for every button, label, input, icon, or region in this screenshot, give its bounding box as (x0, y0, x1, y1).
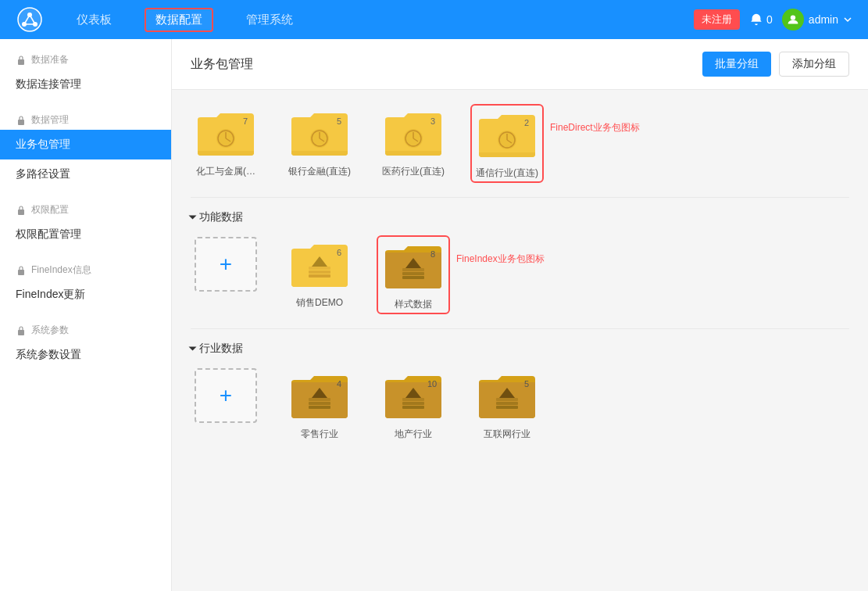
folder-icon-telecom: 2 (476, 107, 538, 162)
sidebar-item-fine-update[interactable]: FineIndex更新 (0, 280, 171, 310)
svg-text:5: 5 (337, 116, 341, 126)
folder-grid-direct: 7 化工与金属(… (191, 106, 849, 181)
svg-rect-34 (309, 270, 330, 274)
sidebar-item-data-conn[interactable]: 数据连接管理 (0, 70, 171, 99)
sidebar-section-data-prep: 数据准备 数据连接管理 (0, 47, 171, 99)
lock-icon (16, 55, 27, 66)
svg-text:3: 3 (430, 116, 435, 126)
folder-icon-retail: 4 (288, 368, 351, 423)
folder-add-func[interactable]: + (191, 237, 261, 313)
chevron-down-icon (843, 15, 852, 24)
sidebar-section-title-perm: 权限配置 (0, 197, 171, 220)
folder-label-sales-demo: 销售DEMO (296, 296, 343, 310)
section-divider-1 (191, 197, 849, 198)
sidebar-section-title-data-prep: 数据准备 (0, 47, 171, 70)
layout: 数据准备 数据连接管理 数据管理 业务包管理 多路径设置 (0, 39, 868, 591)
unregistered-button[interactable]: 未注册 (694, 9, 740, 30)
folder-bank[interactable]: 5 银行金融(直连) (284, 106, 355, 181)
folder-icon-chem-metal: 7 (195, 106, 257, 160)
folder-grid-industry: + 4 (191, 368, 849, 441)
folder-label-bank: 银行金融(直连) (288, 165, 351, 178)
nav-dashboard[interactable]: 仪表板 (67, 9, 121, 30)
svg-rect-44 (309, 402, 330, 405)
folder-label-realestate: 地产行业 (395, 428, 432, 441)
bell-notification[interactable]: 0 (749, 13, 773, 27)
svg-rect-8 (18, 59, 24, 65)
folder-chem-metal[interactable]: 7 化工与金属(… (191, 106, 261, 181)
sidebar-item-perm-mgmt[interactable]: 权限配置管理 (0, 220, 171, 249)
collapse-icon-func[interactable] (189, 216, 197, 220)
svg-rect-48 (402, 406, 424, 409)
folder-icon-medical: 3 (382, 106, 445, 160)
folder-telecom[interactable]: 2 通信行业(直连) (472, 106, 542, 181)
user-menu[interactable]: admin (782, 9, 852, 30)
section-industry: 行业数据 + (191, 342, 849, 441)
svg-rect-11 (18, 270, 24, 275)
sidebar-item-biz-pkg[interactable]: 业务包管理 (0, 130, 171, 159)
folder-label-style-data: 样式数据 (395, 298, 432, 311)
svg-text:7: 7 (243, 116, 248, 126)
svg-text:4: 4 (337, 379, 341, 389)
content-area: 7 化工与金属(… (172, 90, 868, 472)
folder-icon-realestate: 10 (382, 368, 445, 423)
nav-admin[interactable]: 管理系统 (237, 9, 302, 30)
add-group-button[interactable]: 添加分组 (779, 52, 849, 77)
section-divider-2 (191, 328, 849, 329)
sidebar-section-title-fineindex: FineIndex信息 (0, 257, 171, 280)
bell-count: 0 (766, 13, 773, 26)
folder-icon-style-data: 8 (382, 238, 445, 293)
sidebar-section-fineindex: FineIndex信息 FineIndex更新 (0, 257, 171, 310)
folder-style-data-wrapper: 8 样式数据 FineIndex业务包图标 (378, 237, 545, 313)
sidebar-item-multi-path[interactable]: 多路径设置 (0, 159, 171, 189)
folder-retail[interactable]: 4 零售行业 (284, 368, 355, 441)
folder-label-chem-metal: 化工与金属(… (196, 165, 255, 178)
folder-label-telecom: 通信行业(直连) (476, 167, 538, 180)
svg-rect-53 (496, 406, 518, 409)
nav-data-config[interactable]: 数据配置 (145, 8, 213, 32)
main-header: 业务包管理 批量分组 添加分组 (172, 39, 868, 90)
add-folder-box-industry: + (195, 368, 257, 423)
annotation-finedirect: FineDirect业务包图标 (550, 106, 640, 134)
section-header-industry: 行业数据 (191, 342, 849, 356)
svg-rect-35 (309, 267, 330, 270)
main-actions: 批量分组 添加分组 (702, 52, 849, 77)
collapse-icon-industry[interactable] (189, 347, 197, 351)
svg-rect-12 (18, 330, 24, 335)
section-func: 功能数据 + (191, 210, 849, 313)
plus-icon-func: + (220, 252, 232, 277)
folder-label-retail: 零售行业 (301, 428, 338, 441)
folder-icon-sales-demo: 6 (288, 237, 351, 292)
svg-text:2: 2 (524, 118, 529, 127)
svg-rect-39 (402, 272, 424, 275)
svg-rect-49 (402, 402, 424, 405)
folder-realestate[interactable]: 10 地产行业 (378, 368, 448, 441)
svg-point-7 (791, 15, 795, 20)
sidebar-section-perm: 权限配置 权限配置管理 (0, 197, 171, 249)
svg-text:10: 10 (427, 379, 437, 389)
svg-rect-55 (496, 398, 518, 401)
folder-internet[interactable]: 5 互联网行业 (472, 368, 542, 441)
folder-sales-demo[interactable]: 6 销售DEMO (284, 237, 355, 313)
svg-text:6: 6 (337, 248, 341, 257)
folder-style-data[interactable]: 8 样式数据 (378, 237, 448, 313)
svg-rect-43 (309, 406, 330, 409)
plus-icon-industry: + (220, 383, 232, 408)
folder-medical[interactable]: 3 医药行业(直连) (378, 106, 448, 181)
svg-rect-38 (402, 276, 424, 279)
section-direct: 7 化工与金属(… (191, 106, 849, 181)
lock-icon-2 (16, 115, 27, 126)
batch-group-button[interactable]: 批量分组 (702, 52, 771, 77)
lock-icon-5 (16, 325, 27, 336)
annotation-fineindex: FineIndex业务包图标 (456, 237, 545, 266)
sidebar-section-title-sys: 系统参数 (0, 317, 171, 340)
svg-rect-33 (309, 274, 330, 278)
svg-rect-50 (402, 398, 424, 401)
sidebar-section-data-mgmt: 数据管理 业务包管理 多路径设置 (0, 107, 171, 189)
sidebar: 数据准备 数据连接管理 数据管理 业务包管理 多路径设置 (0, 39, 172, 591)
sidebar-item-sys-settings[interactable]: 系统参数设置 (0, 340, 171, 370)
folder-add-industry[interactable]: + (191, 368, 261, 441)
svg-rect-9 (18, 120, 24, 125)
section-header-func: 功能数据 (191, 210, 849, 224)
page-title: 业务包管理 (191, 56, 253, 73)
folder-icon-bank: 5 (288, 106, 351, 160)
